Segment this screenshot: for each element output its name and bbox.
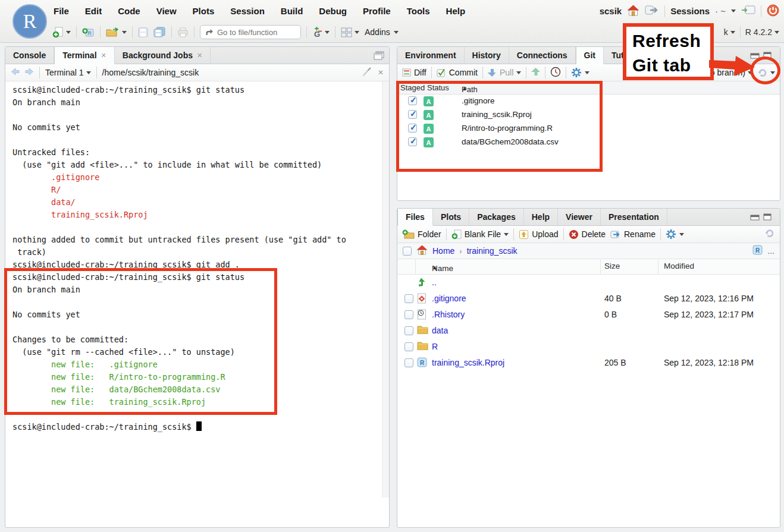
file-checkbox[interactable] <box>404 326 413 335</box>
file-row[interactable]: Rtraining_scsik.Rproj205 BSep 12, 2023, … <box>397 355 780 371</box>
terminal-back-icon[interactable] <box>11 68 20 77</box>
new-folder-button[interactable]: Folder <box>402 229 441 239</box>
new-file-button[interactable] <box>52 27 71 38</box>
git-file-row[interactable]: Adata/BGchem2008data.csv <box>397 136 780 149</box>
close-terminal-icon[interactable]: ✕ <box>378 68 384 77</box>
file-checkbox[interactable] <box>404 358 413 367</box>
tab-background-jobs[interactable]: Background Jobs✕ <box>115 47 211 64</box>
goto-file-input[interactable] <box>217 28 288 37</box>
git-file-row[interactable]: Atraining_scsik.Rproj <box>397 108 780 122</box>
file-row[interactable]: .. <box>397 275 780 291</box>
pull-button[interactable]: Pull <box>488 68 521 77</box>
delete-button[interactable]: Delete <box>569 229 606 240</box>
chevron-down-icon[interactable] <box>355 31 359 34</box>
menu-edit[interactable]: Edit <box>85 6 102 16</box>
file-row[interactable]: .gitignore40 BSep 12, 2023, 12:16 PM <box>397 291 780 307</box>
minimize-icon[interactable] <box>750 213 760 221</box>
staged-checkbox[interactable] <box>408 137 417 146</box>
addins-button[interactable]: Addins <box>365 27 399 37</box>
print-button[interactable] <box>177 27 189 37</box>
menu-debug[interactable]: Debug <box>319 6 347 16</box>
refresh-files-button[interactable] <box>764 228 775 240</box>
home-folder-icon[interactable] <box>416 245 428 257</box>
column-staged[interactable]: Staged <box>400 83 425 92</box>
commit-button[interactable]: Commit <box>437 68 478 77</box>
diff-button[interactable]: Diff <box>402 68 427 77</box>
home-icon[interactable] <box>627 5 639 18</box>
tab-git[interactable]: Git <box>576 47 604 64</box>
file-name[interactable]: .gitignore <box>432 294 466 303</box>
terminal-selector[interactable]: Terminal 1 <box>45 68 91 77</box>
tab-terminal[interactable]: Terminal✕ <box>54 47 115 64</box>
column-modified[interactable]: Modified <box>664 262 694 270</box>
tab-plots[interactable]: Plots <box>433 209 469 225</box>
tab-help[interactable]: Help <box>524 209 558 225</box>
upload-button[interactable]: Upload <box>519 229 558 240</box>
menu-help[interactable]: Help <box>446 6 466 16</box>
version-control-button[interactable]: G <box>312 27 330 38</box>
file-name[interactable]: R <box>432 342 438 351</box>
r-version-button[interactable]: R 4.2.2 <box>745 27 779 37</box>
tab-presentation[interactable]: Presentation <box>601 209 667 225</box>
new-project-button[interactable]: R <box>82 27 95 38</box>
file-name[interactable]: .Rhistory <box>432 310 465 319</box>
panes-icon[interactable] <box>374 51 384 60</box>
menu-build[interactable]: Build <box>281 6 303 16</box>
refresh-git-button[interactable] <box>757 68 775 78</box>
sessions-label[interactable]: Sessions <box>670 6 710 16</box>
staged-checkbox[interactable] <box>408 124 417 133</box>
breadcrumb-home[interactable]: Home <box>432 246 454 256</box>
sign-out-icon[interactable] <box>645 5 659 17</box>
new-session-icon[interactable] <box>741 5 755 17</box>
git-file-row[interactable]: AR/intro-to-programming.R <box>397 122 780 136</box>
select-all-checkbox[interactable] <box>403 247 412 256</box>
chevron-down-icon[interactable] <box>122 31 127 34</box>
file-row[interactable]: .Rhistory0 BSep 12, 2023, 12:17 PM <box>397 307 780 323</box>
menu-file[interactable]: File <box>54 6 69 16</box>
open-file-button[interactable] <box>106 27 127 37</box>
workspace-panes-button[interactable] <box>341 27 359 37</box>
file-checkbox[interactable] <box>404 294 413 303</box>
push-button[interactable] <box>531 67 540 78</box>
quit-session-icon[interactable] <box>767 4 779 18</box>
file-name[interactable]: data <box>432 326 448 335</box>
menu-code[interactable]: Code <box>118 6 140 16</box>
staged-checkbox[interactable] <box>408 110 417 119</box>
git-file-row[interactable]: A.gitignore <box>397 95 780 108</box>
file-name[interactable]: .. <box>432 278 437 287</box>
tab-files[interactable]: Files <box>397 209 433 226</box>
file-row[interactable]: data <box>397 323 780 339</box>
tab-history[interactable]: History <box>465 47 509 64</box>
menu-view[interactable]: View <box>156 6 177 16</box>
menu-plots[interactable]: Plots <box>193 6 215 16</box>
project-menu-button[interactable]: k <box>724 27 735 37</box>
chevron-down-icon[interactable] <box>66 31 71 34</box>
tab-console[interactable]: Console <box>5 47 54 64</box>
close-tab-icon[interactable]: ✕ <box>197 52 202 59</box>
file-checkbox[interactable] <box>404 310 413 319</box>
chevron-down-icon[interactable] <box>325 31 330 34</box>
tab-connections[interactable]: Connections <box>509 47 576 64</box>
rename-button[interactable]: Rename <box>610 229 656 239</box>
goto-file-search[interactable] <box>200 25 301 39</box>
menu-profile[interactable]: Profile <box>363 6 391 16</box>
tab-packages[interactable]: Packages <box>469 209 524 225</box>
breadcrumb-project[interactable]: training_scsik <box>467 246 518 256</box>
clear-terminal-icon[interactable] <box>362 67 372 78</box>
staged-checkbox[interactable] <box>408 96 417 105</box>
menu-session[interactable]: Session <box>230 6 265 16</box>
column-status[interactable]: Status <box>427 83 449 92</box>
menu-tools[interactable]: Tools <box>407 6 430 16</box>
rproj-indicator-icon[interactable]: R <box>752 245 763 257</box>
blank-file-button[interactable]: Blank File <box>451 229 509 240</box>
terminal-forward-icon[interactable] <box>25 68 34 77</box>
git-more-button[interactable] <box>571 67 589 78</box>
tab-environment[interactable]: Environment <box>397 47 465 64</box>
file-checkbox[interactable] <box>404 342 413 351</box>
file-row[interactable]: R <box>397 339 780 355</box>
file-name[interactable]: training_scsik.Rproj <box>432 358 504 367</box>
breadcrumb-more-button[interactable]: ... <box>767 246 774 256</box>
save-button[interactable] <box>138 27 148 37</box>
history-button[interactable] <box>550 67 561 79</box>
maximize-icon[interactable] <box>763 213 772 221</box>
